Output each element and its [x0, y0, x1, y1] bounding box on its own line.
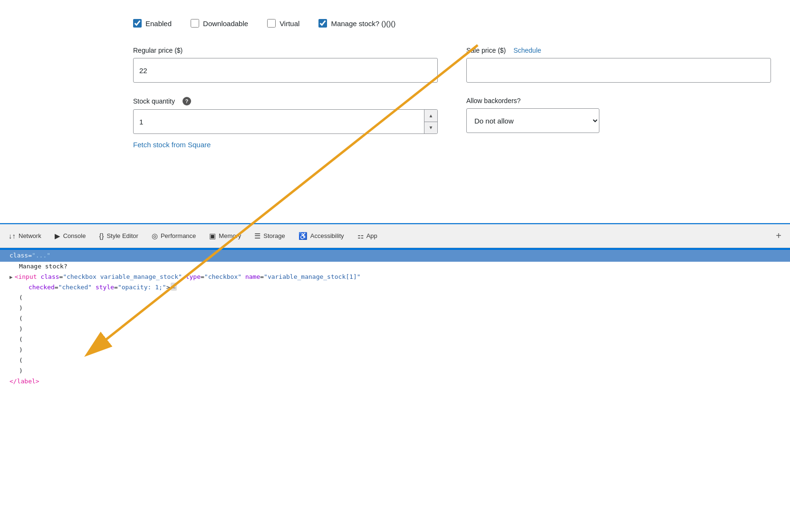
selected-element-line[interactable]: class="..."	[0, 250, 790, 262]
manage-stock-label[interactable]: Manage stock? ()()()	[331, 19, 395, 28]
close-tag-name: label	[17, 377, 36, 387]
console-icon: ▶	[55, 232, 60, 240]
memory-icon: ▣	[209, 232, 216, 240]
code-line-paren-3b[interactable]: )	[0, 345, 790, 356]
tab-memory[interactable]: ▣ Memory	[202, 224, 248, 248]
tab-application[interactable]: ⚏ App	[351, 224, 384, 248]
stock-quantity-label: Stock quantity ?	[133, 97, 438, 105]
fetch-stock-row: Fetch stock from Square	[133, 141, 771, 149]
code-line-input-element[interactable]: ▶ <input class="checkbox variable_manage…	[0, 272, 790, 283]
code-line-checked-attr[interactable]: checked="checked" style="opacity: 1;"> …	[0, 283, 790, 293]
tab-console[interactable]: ▶ Console	[48, 224, 93, 248]
tab-accessibility-label: Accessibility	[310, 232, 344, 239]
tab-accessibility[interactable]: ♿ Accessibility	[292, 224, 351, 248]
schedule-link[interactable]: Schedule	[513, 47, 541, 54]
tab-performance-label: Performance	[161, 232, 196, 239]
allow-backorders-group: Allow backorders? Do not allow Allow, bu…	[466, 97, 771, 134]
ellipsis-marker: …	[171, 283, 177, 291]
downloadable-checkbox[interactable]	[191, 19, 199, 28]
code-line-manage-stock-text[interactable]: Manage stock?	[0, 262, 790, 272]
regular-price-input[interactable]	[133, 58, 438, 83]
attr-type-value: "checkbox"	[204, 272, 241, 282]
sale-price-input[interactable]	[466, 58, 771, 83]
attr-checked: checked	[29, 283, 55, 293]
spinner-up-button[interactable]: ▲	[424, 110, 437, 122]
code-line-paren-2b[interactable]: )	[0, 324, 790, 335]
attr-class-value: "checkbox variable_manage_stock"	[63, 272, 182, 282]
network-icon: ↓↑	[9, 232, 16, 240]
code-line-paren-2a[interactable]: (	[0, 314, 790, 324]
enabled-checkbox-item[interactable]: Enabled	[133, 19, 172, 28]
stock-input-wrapper: ▲ ▼	[133, 109, 438, 134]
storage-icon: ☰	[254, 232, 260, 240]
virtual-label[interactable]: Virtual	[279, 19, 299, 28]
attr-class: class	[40, 272, 59, 282]
enabled-label[interactable]: Enabled	[145, 19, 172, 28]
stock-quantity-group: Stock quantity ? ▲ ▼	[133, 97, 438, 134]
regular-price-label: Regular price ($)	[133, 47, 438, 54]
style-editor-icon: {}	[99, 232, 104, 240]
spinner-down-button[interactable]: ▼	[424, 122, 437, 134]
downloadable-checkbox-item[interactable]: Downloadable	[191, 19, 248, 28]
fetch-stock-link[interactable]: Fetch stock from Square	[133, 141, 211, 149]
code-line-paren-3a[interactable]: (	[0, 335, 790, 345]
virtual-checkbox[interactable]	[267, 19, 276, 28]
devtools-toolbar: ↓↑ Network ▶ Console {} Style Editor ◎ P…	[0, 223, 790, 248]
expand-toggle[interactable]: ▶	[10, 273, 13, 282]
code-line-paren-1b[interactable]: )	[0, 304, 790, 314]
code-line-paren-1a[interactable]: (	[0, 293, 790, 304]
tab-console-label: Console	[63, 232, 86, 239]
tab-storage-label: Storage	[263, 232, 285, 239]
close-tag-bracket: </	[10, 377, 17, 387]
tab-memory-label: Memory	[219, 232, 241, 239]
manage-stock-checkbox[interactable]	[318, 19, 327, 28]
tab-style-editor[interactable]: {} Style Editor	[92, 224, 145, 248]
stock-quantity-input[interactable]	[133, 109, 438, 134]
spinner-buttons: ▲ ▼	[424, 110, 437, 133]
tab-network-label: Network	[19, 232, 41, 239]
enabled-checkbox[interactable]	[133, 19, 142, 28]
checkboxes-row: Enabled Downloadable Virtual Manage stoc…	[133, 14, 771, 28]
accessibility-icon: ♿	[299, 232, 308, 240]
attr-name-value: "variable_manage_stock[1]"	[264, 272, 361, 282]
price-fields-row: Regular price ($) Sale price ($) Schedul…	[133, 47, 771, 83]
tag-name-input: input	[18, 272, 37, 282]
attr-type: type	[186, 272, 201, 282]
selected-class-text: class="..."	[10, 251, 50, 261]
tab-storage[interactable]: ☰ Storage	[248, 224, 292, 248]
product-form-panel: Enabled Downloadable Virtual Manage stoc…	[0, 0, 790, 223]
attr-checked-value: "checked"	[58, 283, 92, 293]
attr-style: style	[96, 283, 114, 293]
tab-performance[interactable]: ◎ Performance	[145, 224, 202, 248]
manage-stock-checkbox-item[interactable]: Manage stock? ()()()	[318, 19, 395, 28]
manage-stock-text-node: Manage stock?	[19, 262, 67, 272]
code-line-close-label[interactable]: </label>	[0, 377, 790, 387]
devtools-code-panel[interactable]: class="..." Manage stock? ▶ <input class…	[0, 250, 790, 532]
code-line-paren-4b[interactable]: )	[0, 366, 790, 377]
tag-open-bracket: <	[15, 272, 19, 282]
sale-price-group: Sale price ($) Schedule	[466, 47, 771, 83]
attr-name: name	[245, 272, 260, 282]
tab-style-editor-label: Style Editor	[106, 232, 138, 239]
performance-icon: ◎	[152, 232, 158, 240]
application-icon: ⚏	[357, 232, 364, 240]
allow-backorders-select[interactable]: Do not allow Allow, but notify customer …	[466, 108, 599, 133]
sale-price-label: Sale price ($) Schedule	[466, 47, 771, 54]
tab-application-label: App	[366, 232, 377, 239]
regular-price-group: Regular price ($)	[133, 47, 438, 83]
attr-style-value: "opacity: 1;"	[118, 283, 166, 293]
code-line-paren-4a[interactable]: (	[0, 356, 790, 366]
stock-quantity-row: Stock quantity ? ▲ ▼ Allow backorders? D…	[133, 97, 771, 134]
add-tab-button[interactable]: +	[769, 224, 788, 247]
downloadable-label[interactable]: Downloadable	[203, 19, 248, 28]
tab-network[interactable]: ↓↑ Network	[2, 224, 48, 248]
virtual-checkbox-item[interactable]: Virtual	[267, 19, 299, 28]
help-icon[interactable]: ?	[183, 97, 191, 105]
allow-backorders-label: Allow backorders?	[466, 97, 771, 104]
